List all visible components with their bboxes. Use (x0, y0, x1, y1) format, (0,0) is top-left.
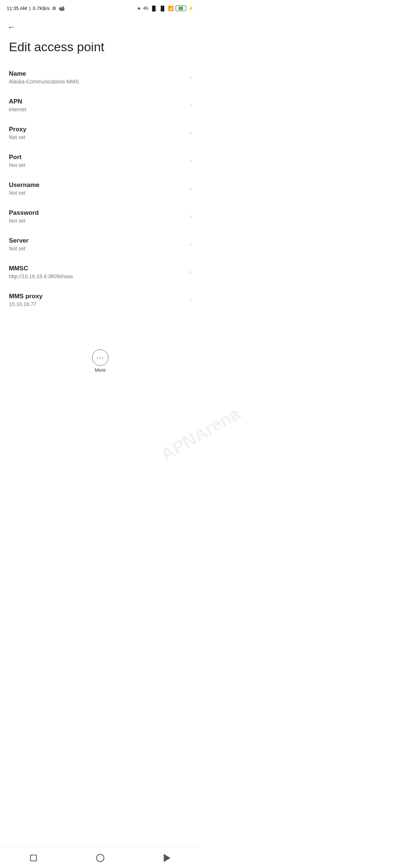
settings-item-proxy[interactable]: Proxy Not set › (0, 119, 200, 147)
item-value: Not set (9, 190, 185, 196)
item-text: MMSC http://10.16.18.4:38090/was (9, 265, 185, 279)
settings-item-mmsc[interactable]: MMSC http://10.16.18.4:38090/was › (0, 258, 200, 286)
settings-item-username[interactable]: Username Not set › (0, 175, 200, 203)
watermark: APNArena (157, 403, 200, 434)
item-label: Port (9, 154, 185, 161)
page-title: Edit access point (0, 36, 200, 63)
back-arrow-icon: ← (7, 22, 16, 32)
settings-item-password[interactable]: Password Not set › (0, 203, 200, 230)
battery-fill (179, 7, 183, 10)
chevron-right-icon: › (189, 268, 192, 276)
status-bar: 11:35 AM | 0.7KB/s ⚙ 📹 ∗ 4G ▐▌ ▐▌ 📶 ⚡ (0, 0, 200, 15)
settings-item-server[interactable]: Server Not set › (0, 230, 200, 258)
item-text: Server Not set (9, 237, 185, 251)
bluetooth-icon: ∗ (137, 6, 141, 11)
item-value: Alaska-Communications-MMS (9, 79, 185, 85)
separator: | (29, 6, 30, 11)
item-value: http://10.16.18.4:38090/was (9, 273, 185, 279)
settings-item-port[interactable]: Port Not set › (0, 147, 200, 175)
time: 11:35 AM (7, 6, 27, 11)
chevron-right-icon: › (189, 296, 192, 304)
settings-item-name[interactable]: Name Alaska-Communications-MMS › (0, 63, 200, 91)
item-text: Proxy Not set (9, 126, 185, 140)
item-label: MMS proxy (9, 293, 185, 300)
more-button[interactable]: ⋯ More (0, 343, 200, 377)
chevron-right-icon: › (189, 213, 192, 220)
charging-icon: ⚡ (188, 6, 194, 11)
battery-indicator (176, 6, 186, 11)
status-left: 11:35 AM | 0.7KB/s ⚙ 📹 (7, 6, 65, 11)
settings-item-mms-proxy[interactable]: MMS proxy 10.16.18.77 › (0, 286, 200, 314)
chevron-right-icon: › (189, 101, 192, 109)
chevron-right-icon: › (189, 157, 192, 165)
wifi-icon: 📶 (168, 6, 174, 11)
item-text: Password Not set (9, 209, 185, 224)
item-label: Proxy (9, 126, 185, 133)
signal-4g-icon: 4G (143, 6, 149, 10)
item-value: Not set (9, 246, 185, 251)
item-label: Password (9, 209, 185, 217)
status-right: ∗ 4G ▐▌ ▐▌ 📶 ⚡ (137, 6, 194, 11)
item-text: Name Alaska-Communications-MMS (9, 70, 185, 85)
item-text: Port Not set (9, 154, 185, 168)
network-speed: 0.7KB/s (33, 6, 50, 11)
item-text: Username Not set (9, 181, 185, 196)
chevron-right-icon: › (189, 73, 192, 81)
item-text: APN internet (9, 98, 185, 112)
chevron-right-icon: › (189, 129, 192, 137)
item-value: Not set (9, 218, 185, 224)
item-label: APN (9, 98, 185, 105)
signal-bars-icon: ▐▌ (150, 6, 157, 11)
item-value: 10.16.18.77 (9, 301, 185, 307)
item-label: MMSC (9, 265, 185, 272)
more-label: More (95, 367, 106, 373)
back-button[interactable]: ← (0, 15, 200, 36)
item-label: Server (9, 237, 185, 244)
chevron-right-icon: › (189, 240, 192, 248)
item-text: MMS proxy 10.16.18.77 (9, 293, 185, 307)
item-value: Not set (9, 162, 185, 168)
settings-icon: ⚙ (52, 6, 56, 11)
settings-list: Name Alaska-Communications-MMS › APN int… (0, 63, 200, 343)
chevron-right-icon: › (189, 185, 192, 193)
item-value: internet (9, 106, 185, 112)
settings-item-apn[interactable]: APN internet › (0, 91, 200, 119)
more-circle-icon: ⋯ (92, 349, 108, 366)
camera-icon: 📹 (59, 6, 65, 11)
item-value: Not set (9, 134, 185, 140)
item-label: Name (9, 70, 185, 78)
signal-bars2-icon: ▐▌ (159, 6, 166, 11)
item-label: Username (9, 181, 185, 189)
